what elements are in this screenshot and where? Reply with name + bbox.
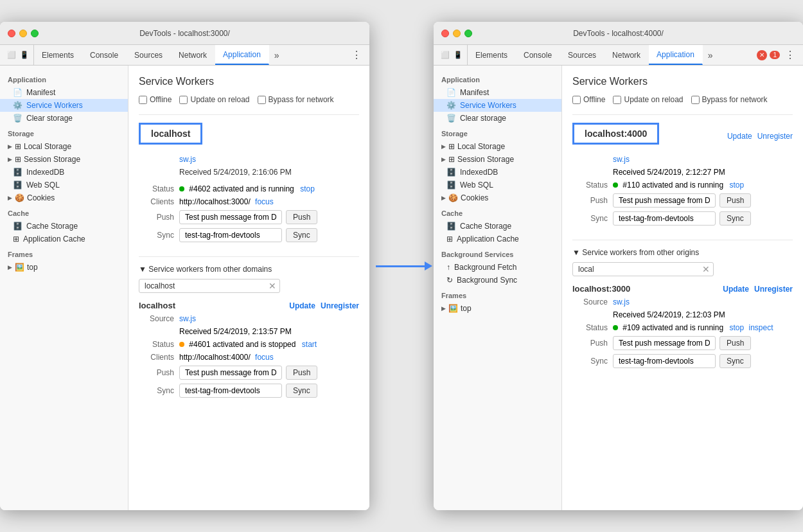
sidebar-clear-storage-2[interactable]: 🗑️ Clear storage (434, 112, 561, 125)
tab-sources-1[interactable]: Sources (127, 45, 171, 65)
clients-focus-1[interactable]: focus (255, 197, 274, 206)
sw2-push-button[interactable]: Push (719, 193, 751, 208)
sidebar-session-storage-2[interactable]: ▶ ⊞ Session Storage (434, 153, 561, 166)
minimize-button-1[interactable] (19, 30, 27, 37)
sw2-status-action[interactable]: stop (729, 181, 744, 190)
minimize-button-2[interactable] (453, 30, 461, 37)
sw2-push-input[interactable] (613, 193, 716, 208)
tab-elements-2[interactable]: Elements (468, 45, 516, 65)
sidebar-cookies-1[interactable]: ▶ 🍪 Cookies (0, 191, 128, 204)
tab-application-1[interactable]: Application (215, 45, 269, 65)
sidebar-indexeddb-2[interactable]: 🗄️ IndexedDB (434, 166, 561, 179)
main-update-link-2[interactable]: Update (727, 132, 752, 141)
tab-menu-2[interactable]: ⋮ (780, 45, 800, 65)
sidebar-cache-storage-1[interactable]: 🗄️ Cache Storage (0, 220, 128, 233)
update-on-reload-checkbox-2[interactable] (613, 96, 621, 104)
sidebar-frames-top-2[interactable]: ▶ 🖼️ top (434, 302, 561, 315)
sidebar-cache-storage-2[interactable]: 🗄️ Cache Storage (434, 220, 561, 233)
other-push-button-1[interactable]: Push (286, 366, 317, 380)
maximize-button-2[interactable] (464, 30, 472, 37)
sidebar-app-cache-2[interactable]: ⊞ Application Cache (434, 233, 561, 245)
cursor-icon-2[interactable]: ⬜ (440, 50, 450, 60)
offline-checkbox-2[interactable] (572, 96, 581, 104)
other-sync-button-1[interactable]: Sync (286, 384, 317, 398)
tab-more-2[interactable]: » (703, 45, 718, 65)
bypass-option-1[interactable]: Bypass for network (258, 95, 334, 104)
tab-sources-2[interactable]: Sources (560, 45, 604, 65)
other-domains-title-1[interactable]: ▼ Service workers from other domains (139, 265, 359, 274)
sidebar-manifest-2[interactable]: 📄 Manifest (434, 86, 561, 99)
other-sync-input-1[interactable] (179, 384, 282, 398)
other-clients-focus-1[interactable]: focus (255, 353, 274, 362)
tab-menu-1[interactable]: ⋮ (346, 45, 367, 65)
update-on-reload-option-2[interactable]: Update on reload (613, 95, 683, 104)
other2-push-button[interactable]: Push (719, 336, 751, 350)
update-on-reload-checkbox-1[interactable] (179, 96, 188, 104)
other-source-link-1[interactable]: sw.js (179, 314, 196, 323)
tab-network-1[interactable]: Network (171, 45, 215, 65)
offline-checkbox-1[interactable] (139, 96, 147, 104)
unregister-link-2[interactable]: Unregister (754, 285, 793, 294)
update-link-1[interactable]: Update (289, 301, 315, 310)
close-button-1[interactable] (8, 30, 15, 37)
sidebar-manifest-1[interactable]: 📄 Manifest (0, 86, 128, 99)
bypass-checkbox-2[interactable] (691, 96, 700, 104)
filter-clear-2[interactable]: ✕ (702, 264, 710, 274)
sidebar-websql-2[interactable]: 🗄️ Web SQL (434, 179, 561, 191)
sidebar-local-storage-2[interactable]: ▶ ⊞ Local Storage (434, 140, 561, 153)
filter-clear-1[interactable]: ✕ (269, 281, 276, 291)
tab-more-1[interactable]: » (269, 45, 285, 65)
sidebar-local-storage-1[interactable]: ▶ ⊞ Local Storage (0, 140, 128, 153)
sidebar-bg-sync-2[interactable]: ↻ Background Sync (434, 274, 561, 287)
device-icon-2[interactable]: 📱 (453, 50, 463, 60)
unregister-link-1[interactable]: Unregister (321, 301, 359, 310)
source-link-1[interactable]: sw.js (179, 155, 196, 164)
sw2-sync-button[interactable]: Sync (719, 211, 751, 226)
sw2-sync-input[interactable] (613, 211, 716, 226)
filter-input-1[interactable] (139, 279, 280, 293)
other2-sync-input[interactable] (613, 354, 716, 368)
main-unregister-link-2[interactable]: Unregister (757, 132, 793, 141)
cursor-icon[interactable]: ⬜ (6, 50, 17, 60)
sidebar-app-cache-1[interactable]: ⊞ Application Cache (0, 233, 128, 245)
update-on-reload-option-1[interactable]: Update on reload (179, 95, 249, 104)
tab-console-2[interactable]: Console (516, 45, 560, 65)
maximize-button-1[interactable] (31, 30, 39, 37)
sidebar-frames-top-1[interactable]: ▶ 🖼️ top (0, 261, 128, 274)
close-button-2[interactable] (441, 30, 449, 37)
other2-inspect-link[interactable]: inspect (749, 323, 773, 332)
sidebar-websql-1[interactable]: 🗄️ Web SQL (0, 179, 128, 191)
tab-network-2[interactable]: Network (604, 45, 649, 65)
sidebar-bg-fetch-2[interactable]: ↑ Background Fetch (434, 261, 561, 274)
device-icon[interactable]: 📱 (19, 50, 30, 60)
other2-source-link[interactable]: sw.js (613, 297, 630, 306)
status-action-1[interactable]: stop (300, 184, 315, 193)
tab-application-2[interactable]: Application (649, 45, 703, 65)
tab-elements-1[interactable]: Elements (34, 45, 82, 65)
sidebar-cookies-2[interactable]: ▶ 🍪 Cookies (434, 191, 561, 204)
sidebar-indexeddb-1[interactable]: 🗄️ IndexedDB (0, 166, 128, 179)
other-origins-title-2[interactable]: ▼ Service workers from other origins (572, 248, 793, 257)
sidebar-service-workers-2[interactable]: ⚙️ Service Workers (434, 99, 561, 112)
push-input-1[interactable] (179, 210, 282, 224)
bypass-checkbox-1[interactable] (258, 96, 266, 104)
other-status-action-1[interactable]: start (302, 340, 317, 349)
sidebar-clear-storage-1[interactable]: 🗑️ Clear storage (0, 112, 128, 125)
push-button-1[interactable]: Push (286, 210, 317, 224)
offline-option-2[interactable]: Offline (572, 95, 605, 104)
update-link-2[interactable]: Update (723, 285, 749, 294)
sidebar-session-storage-1[interactable]: ▶ ⊞ Session Storage (0, 153, 128, 166)
tab-console-1[interactable]: Console (82, 45, 127, 65)
bypass-option-2[interactable]: Bypass for network (691, 95, 768, 104)
other2-push-input[interactable] (613, 336, 716, 350)
sync-button-1[interactable]: Sync (286, 228, 317, 242)
clients-url-1: http://localhost:3000/ (179, 197, 251, 206)
filter-input-2[interactable] (572, 262, 714, 276)
sw2-source-link[interactable]: sw.js (613, 155, 630, 164)
sidebar-service-workers-1[interactable]: ⚙️ Service Workers (0, 99, 128, 112)
other2-stop-link[interactable]: stop (729, 323, 744, 332)
other2-sync-button[interactable]: Sync (719, 354, 751, 368)
other-push-input-1[interactable] (179, 366, 282, 380)
offline-option-1[interactable]: Offline (139, 95, 172, 104)
sync-input-1[interactable] (179, 228, 282, 242)
